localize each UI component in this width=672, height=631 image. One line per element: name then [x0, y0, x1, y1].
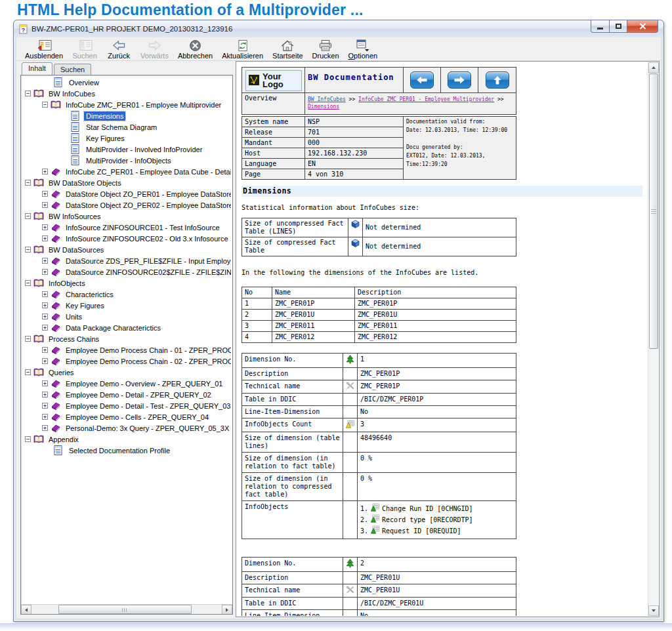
tree-item-appendix[interactable]: −Appendix	[22, 434, 231, 445]
tree-item-label[interactable]: Employee Demo - Detail - ZPER_QUERY_02	[64, 390, 213, 399]
tree-item-label[interactable]: Characterictics	[64, 290, 116, 299]
nav-back-button[interactable]	[410, 71, 434, 89]
expand-icon[interactable]: +	[42, 291, 48, 297]
toolbar-button-suchen[interactable]: Suchen	[68, 38, 102, 60]
tree-item-label[interactable]: Overview	[67, 78, 101, 87]
scroll-right-arrow[interactable]	[222, 605, 232, 615]
toolbar-button-zur-ck[interactable]: Zurück	[102, 38, 136, 60]
tree-item-star-schema-diagram[interactable]: Star Schema Diagram	[22, 121, 231, 132]
tree-item-personal-demo-3x-query-zper-query-05-3x[interactable]: +Personal-Demo: 3x Query - ZPER_QUERY_05…	[22, 422, 231, 434]
maximize-button[interactable]	[610, 20, 627, 33]
tree-item-datastore-object-zo-per01-employee-datastore-01[interactable]: +DataStore Object ZO_PER01 - Employee Da…	[22, 188, 231, 199]
expand-icon[interactable]: +	[42, 202, 48, 208]
content-vertical-scrollbar[interactable]	[648, 62, 658, 616]
close-button[interactable]	[627, 20, 658, 33]
tree-item-label[interactable]: BW InfoCubes	[47, 89, 97, 98]
tree-item-infosource-zinfosource01-test-infosource[interactable]: +InfoSource ZINFOSOURCE01 - Test InfoSou…	[22, 222, 231, 233]
tree-item-infosource-zinfosource02-old-3-x-infosource[interactable]: +InfoSource ZINFOSOURCE02 - Old 3.x Info…	[22, 233, 231, 244]
expand-icon[interactable]: +	[42, 269, 48, 275]
tree-item-label[interactable]: DataStore Object ZO_PER01 - Employee Dat…	[64, 190, 231, 199]
tree-item-datasource-zinfosource02-zfile-zfile-zinfosource02[interactable]: +DataSource ZINFOSOURCE02$ZFILE - ZFILE$…	[22, 266, 231, 277]
tree-item-label[interactable]: Queries	[47, 368, 76, 377]
tree-item-data-package-characterictics[interactable]: +Data Package Characterictics	[22, 322, 231, 333]
tree-item-infoobjects[interactable]: −InfoObjects	[22, 277, 231, 289]
collapse-icon[interactable]: −	[25, 91, 31, 96]
tree-item-label[interactable]: InfoSource ZINFOSOURCE01 - Test InfoSour…	[64, 223, 222, 232]
expand-icon[interactable]: +	[42, 224, 48, 230]
tree-item-key-figures[interactable]: Key Figures	[22, 132, 231, 144]
expand-icon[interactable]: +	[42, 235, 48, 241]
vscroll-thumb[interactable]	[649, 73, 658, 349]
tree-item-employee-demo-overview-zper-query-01[interactable]: +Employee Demo - Overview - ZPER_QUERY_0…	[22, 378, 231, 389]
tree-item-overview[interactable]: Overview	[22, 77, 231, 88]
tree-item-label[interactable]: BW DataStore Objects	[47, 178, 123, 188]
tree-item-units[interactable]: +Units	[22, 311, 231, 322]
collapse-icon[interactable]: −	[25, 180, 31, 186]
window-titlebar[interactable]: ? BW-ZMC-PER01_HR PROJEKT DEMO_20130312_…	[14, 20, 663, 37]
tree-item-label[interactable]: Personal-Demo: 3x Query - ZPER_QUERY_05_…	[64, 424, 231, 433]
tree-item-label[interactable]: DataStore Object ZO_PER02 - Employee Dat…	[64, 201, 231, 210]
expand-icon[interactable]: +	[42, 403, 48, 409]
scroll-down-arrow[interactable]	[648, 605, 659, 616]
expand-icon[interactable]: +	[42, 325, 48, 331]
tree-item-label[interactable]: Employee Demo - Overview - ZPER_QUERY_01	[64, 379, 224, 388]
tree-item-dimensions[interactable]: Dimensions	[22, 110, 231, 121]
tree-item-label[interactable]: BW DataSources	[47, 245, 106, 254]
toolbar-button-drucken[interactable]: Drucken	[308, 38, 344, 60]
tree-item-label[interactable]: Employee Demo - Detail - Test - ZPER_QUE…	[64, 401, 231, 411]
toolbar-button-optionen[interactable]: Optionen	[344, 38, 383, 60]
collapse-icon[interactable]: −	[25, 213, 31, 219]
tree-item-label[interactable]: Data Package Characterictics	[64, 323, 163, 333]
breadcrumb-link-infocube-zmc-per01-employee-multiprovider[interactable]: InfoCube ZMC_PER01 - Employee Multiprovi…	[358, 96, 494, 102]
toolbar-button-vorw-rts[interactable]: Vorwärts	[136, 38, 173, 60]
tree-item-bw-datastore-objects[interactable]: −BW DataStore Objects	[22, 177, 231, 188]
tree-item-process-chains[interactable]: −Process Chains	[22, 333, 231, 344]
toolbar-button-aktualisieren[interactable]: Aktualisieren	[217, 38, 268, 60]
tree-item-employee-demo-detail-zper-query-02[interactable]: +Employee Demo - Detail - ZPER_QUERY_02	[22, 389, 231, 400]
tree-item-label[interactable]: Process Chains	[47, 335, 101, 344]
tree-item-label[interactable]: Employee Demo Process Chain - 02 - ZPER_…	[64, 357, 231, 366]
tree-item-infocube-zmc-per01-employee-multiprovider[interactable]: −InfoCube ZMC_PER01 - Employee Multiprov…	[22, 99, 231, 110]
expand-icon[interactable]: +	[42, 380, 48, 386]
scroll-up-arrow[interactable]	[648, 62, 659, 73]
tree-item-label[interactable]: InfoObjects	[47, 279, 87, 288]
tree-item-label[interactable]: Key Figures	[64, 301, 106, 310]
tree-item-label[interactable]: InfoCube ZC_PER01 - Employee Data Cube -…	[64, 167, 231, 176]
hscroll-thumb[interactable]	[58, 605, 192, 614]
tree-item-label[interactable]: Dimensions	[84, 112, 125, 121]
tree-item-selected-documentation-profile[interactable]: Selected Documentation Profile	[22, 445, 231, 456]
tree-item-multiprovider-involved-infoprovider[interactable]: MultiProvider - Involved InfoProvider	[22, 144, 231, 155]
tree-item-datasource-zds-per-file-zfile-input-employee-data[interactable]: +DataSource ZDS_PER_FILE$ZFILE - Input E…	[22, 255, 231, 266]
minimize-button[interactable]	[591, 20, 610, 33]
expand-icon[interactable]: +	[42, 425, 48, 431]
tree-item-label[interactable]: MultiProvider - InfoObjects	[84, 156, 173, 165]
tree-item-key-figures[interactable]: +Key Figures	[22, 300, 231, 311]
scroll-left-arrow[interactable]	[21, 605, 32, 615]
collapse-icon[interactable]: −	[25, 369, 31, 375]
tree-item-datastore-object-zo-per02-employee-datastore-02[interactable]: +DataStore Object ZO_PER02 - Employee Da…	[22, 199, 231, 211]
tree-item-infocube-zc-per01-employee-data-cube-detail[interactable]: +InfoCube ZC_PER01 - Employee Data Cube …	[22, 166, 231, 177]
expand-icon[interactable]: +	[42, 358, 48, 364]
tree-item-employee-demo-process-chain-01-zper-process-01[interactable]: +Employee Demo Process Chain - 01 - ZPER…	[22, 344, 231, 356]
tree-item-label[interactable]: MultiProvider - Involved InfoProvider	[84, 145, 204, 154]
tree-item-label[interactable]: InfoCube ZMC_PER01 - Employee Multiprovi…	[64, 100, 223, 110]
tree-item-label[interactable]: BW InfoSources	[47, 212, 102, 221]
tree-item-employee-demo-process-chain-02-zper-process-02[interactable]: +Employee Demo Process Chain - 02 - ZPER…	[22, 356, 231, 367]
breadcrumb-link-bw-infocubes[interactable]: BW InfoCubes	[308, 96, 346, 102]
toolbar-button-startseite[interactable]: Startseite	[268, 38, 307, 60]
expand-icon[interactable]: +	[42, 302, 48, 308]
tree-item-queries[interactable]: −Queries	[22, 367, 231, 378]
breadcrumb-link-dimensions[interactable]: Dimensions	[308, 104, 339, 110]
tree-item-label[interactable]: DataSource ZINFOSOURCE02$ZFILE - ZFILE$Z…	[64, 268, 231, 277]
expand-icon[interactable]: +	[42, 314, 48, 319]
tree-item-label[interactable]: Key Figures	[84, 134, 127, 143]
tree-item-label[interactable]: Selected Documentation Profile	[67, 446, 172, 455]
expand-icon[interactable]: +	[42, 347, 48, 353]
collapse-icon[interactable]: −	[25, 280, 31, 286]
tree-item-label[interactable]: Units	[64, 312, 84, 321]
tree-item-label[interactable]: Star Schema Diagram	[84, 123, 159, 132]
tree-item-employee-demo-detail-test-zper-query-03[interactable]: +Employee Demo - Detail - Test - ZPER_QU…	[22, 400, 231, 411]
tree-item-label[interactable]: Employee Demo Process Chain - 01 - ZPER_…	[64, 346, 231, 355]
tree-item-characterictics[interactable]: +Characterictics	[22, 289, 231, 300]
nav-forward-button[interactable]	[448, 71, 471, 89]
